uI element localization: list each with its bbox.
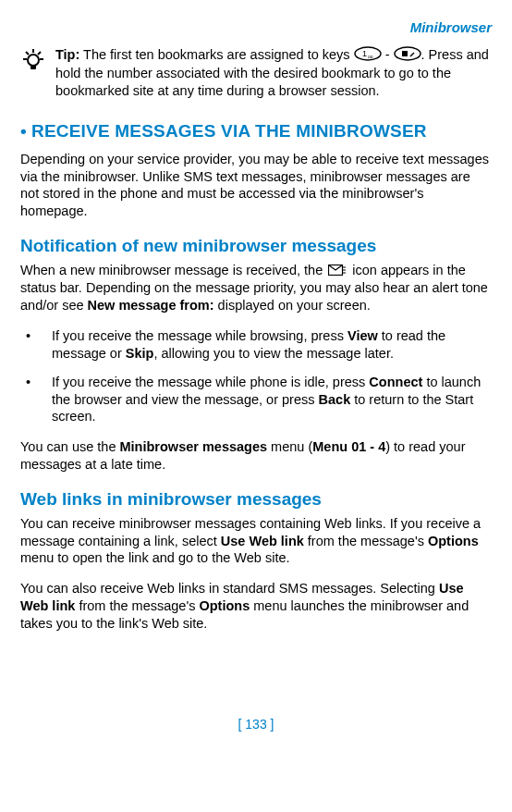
s2-bold1: New message from: xyxy=(88,298,214,313)
li1-a: If you receive the message while browsin… xyxy=(52,328,347,343)
s2a-b2: Menu 01 - 4 xyxy=(312,439,385,454)
section2-after: You can use the Minibrowser messages men… xyxy=(20,438,492,474)
heading-bullet: • xyxy=(20,120,31,143)
tip-block: Tip: The first ten bookmarks are assigne… xyxy=(20,46,492,101)
li1-b2: Skip xyxy=(126,346,154,361)
s3p2-a: You can also receive Web links in standa… xyxy=(20,581,439,596)
s2a-b1: Minibrowser messages xyxy=(120,439,268,454)
svg-rect-1 xyxy=(30,65,36,69)
section-heading-receive: •RECEIVE MESSAGES VIA THE MINIBROWSER xyxy=(20,120,492,143)
header-section-name: Minibrowser xyxy=(20,18,492,37)
key-0-icon xyxy=(394,46,421,66)
tip-text-before: The first ten bookmarks are assigned to … xyxy=(79,47,353,62)
message-envelope-icon xyxy=(328,263,347,280)
page-number: [ 133 ] xyxy=(20,716,492,732)
section-heading-weblinks: Web links in minibrowser messages xyxy=(20,488,492,511)
tip-text: Tip: The first ten bookmarks are assigne… xyxy=(55,46,492,101)
section2-bullets: • If you receive the message while brows… xyxy=(20,327,492,425)
section2-intro: When a new minibrowser message is receiv… xyxy=(20,262,492,314)
list-item-text: If you receive the message while browsin… xyxy=(52,327,492,363)
s3p1-d: menu to open the link and go to the Web … xyxy=(20,550,290,565)
key-1-icon: 1oo xyxy=(354,46,382,66)
list-item: • If you receive the message while phone… xyxy=(20,374,492,426)
tip-label: Tip: xyxy=(55,47,79,62)
s2a-a: You can use the xyxy=(20,439,120,454)
li1-d: , allowing you to view the message later… xyxy=(153,346,394,361)
s3p1-b2: Options xyxy=(428,534,479,548)
li1-b1: View xyxy=(347,328,378,343)
section1-paragraph: Depending on your service provider, you … xyxy=(20,151,492,220)
s3p1-c: from the message's xyxy=(304,534,428,548)
section-heading-notification: Notification of new minibrowser messages xyxy=(20,235,492,258)
bullet-dot: • xyxy=(20,374,52,426)
section3-p2: You can also receive Web links in standa… xyxy=(20,580,492,633)
svg-point-0 xyxy=(28,55,39,66)
s2-text-c: displayed on your screen. xyxy=(214,298,371,313)
s3p2-b2: Options xyxy=(199,598,250,613)
list-item-text: If you receive the message while phone i… xyxy=(52,374,492,426)
tip-dash: - xyxy=(382,47,394,62)
svg-rect-11 xyxy=(402,51,408,56)
svg-line-5 xyxy=(26,52,29,55)
s3p2-c: from the message's xyxy=(75,598,199,613)
lightbulb-tip-icon xyxy=(20,48,46,101)
svg-line-6 xyxy=(38,52,41,55)
section3-p1: You can receive minibrowser messages con… xyxy=(20,515,492,568)
li2-a: If you receive the message while phone i… xyxy=(52,375,369,389)
li2-b2: Back xyxy=(319,392,351,407)
s2-text-a: When a new minibrowser message is receiv… xyxy=(20,263,326,277)
svg-text:1: 1 xyxy=(362,49,367,58)
list-item: • If you receive the message while brows… xyxy=(20,327,492,363)
s3p1-b1: Use Web link xyxy=(221,534,304,548)
li2-b1: Connect xyxy=(369,375,422,389)
bullet-dot: • xyxy=(20,327,52,363)
s2a-c: menu ( xyxy=(267,439,312,454)
heading-text: RECEIVE MESSAGES VIA THE MINIBROWSER xyxy=(31,121,427,141)
svg-text:oo: oo xyxy=(368,54,373,59)
